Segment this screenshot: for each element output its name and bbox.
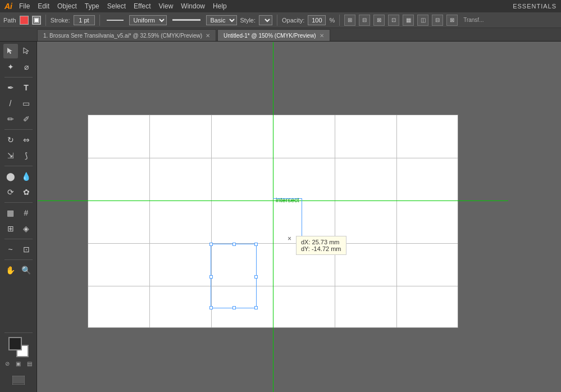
eyedropper-tool[interactable]: 💧 xyxy=(19,169,34,184)
menu-bar: Ai File Edit Object Type Select Effect V… xyxy=(0,0,561,12)
align-btn-3[interactable]: ⊠ xyxy=(373,15,385,26)
select-tool[interactable] xyxy=(3,44,18,58)
basic-dropdown[interactable]: Basic xyxy=(206,15,237,25)
align-btn-6[interactable]: ◫ xyxy=(417,15,428,26)
align-btn-2[interactable]: ⊟ xyxy=(359,15,370,26)
align-btn-1[interactable]: ⊞ xyxy=(344,15,355,26)
guide-vertical xyxy=(273,42,273,392)
tool-sep-2 xyxy=(4,129,33,130)
handle-top-center[interactable] xyxy=(232,243,236,246)
menu-edit[interactable]: Edit xyxy=(38,2,49,10)
guide-horizontal xyxy=(38,200,508,201)
pencil-tool[interactable]: ✐ xyxy=(19,112,34,126)
align-btn-8[interactable]: ⊠ xyxy=(446,15,458,26)
perspective-tool[interactable]: ◈ xyxy=(19,221,34,236)
separator-2 xyxy=(99,15,100,26)
menu-select[interactable]: Select xyxy=(107,2,126,10)
menu-object[interactable]: Object xyxy=(57,2,77,10)
mesh-tool[interactable]: # xyxy=(19,206,34,220)
magic-wand-tool[interactable]: ✦ xyxy=(3,60,18,74)
separator-3 xyxy=(277,15,277,26)
tab-brosura[interactable]: 1. Brosura Sere Transilvania_v5.ai* @ 32… xyxy=(37,29,216,41)
svg-rect-1 xyxy=(13,376,24,384)
transform-tooltip: dX: 25.73 mm dY: -14.72 mm xyxy=(296,236,346,255)
tab-untitled-close[interactable]: ✕ xyxy=(320,33,324,39)
tool-sep-5 xyxy=(4,239,33,239)
reflect-tool[interactable]: ⇔ xyxy=(19,133,34,147)
selected-rectangle[interactable] xyxy=(211,244,257,308)
color-mode-btn[interactable]: ▣ xyxy=(13,359,24,367)
tool-row-paint: ⬤ 💧 xyxy=(3,169,34,184)
canvas-area[interactable]: intersect × dX: 25.73 mm xyxy=(37,42,561,392)
handle-bottom-left[interactable] xyxy=(209,306,213,309)
symbol-tool[interactable]: ✿ xyxy=(19,185,34,199)
blue-guide-vertical xyxy=(302,198,302,236)
gradient-mode-btn[interactable]: ▤ xyxy=(25,359,35,367)
color-swatches-area xyxy=(8,337,29,357)
scale-tool[interactable]: ⇲ xyxy=(3,148,18,163)
graph-tool[interactable]: ▦ xyxy=(3,206,18,220)
stroke-style-preview xyxy=(172,19,200,21)
menu-effect[interactable]: Effect xyxy=(134,2,150,10)
stroke-swatch[interactable] xyxy=(32,16,41,25)
opacity-label: Opacity: xyxy=(282,17,304,24)
handle-bottom-right[interactable] xyxy=(254,306,258,309)
lasso-tool[interactable]: ⌀ xyxy=(19,60,34,74)
tab-untitled-label: Untitled-1* @ 150% (CMYK/Preview) xyxy=(224,33,316,39)
tool-sep-6 xyxy=(4,259,33,260)
path-label: Path xyxy=(3,17,16,24)
opacity-input[interactable] xyxy=(308,15,326,25)
style-label: Style: xyxy=(240,17,256,24)
tool-sep-1 xyxy=(4,77,33,78)
menu-help[interactable]: Help xyxy=(213,2,227,10)
align-btn-7[interactable]: ⊟ xyxy=(432,15,443,26)
line-tool[interactable]: / xyxy=(3,96,18,111)
zoom-tool[interactable]: 🔍 xyxy=(19,263,34,277)
grid-v-5 xyxy=(396,115,397,327)
tool-row-hand: ✋ 🔍 xyxy=(3,263,34,277)
paintbrush-tool[interactable]: ✏ xyxy=(3,112,18,126)
transform-label: Transf... xyxy=(461,15,486,26)
warp-tool[interactable]: ~ xyxy=(3,242,18,257)
blend-tool[interactable]: ⟳ xyxy=(3,185,18,199)
handle-top-right[interactable] xyxy=(254,243,258,246)
app-logo: Ai xyxy=(4,2,12,11)
handle-top-left[interactable] xyxy=(209,243,213,246)
menu-window[interactable]: Window xyxy=(181,2,205,10)
menu-file[interactable]: File xyxy=(19,2,30,10)
options-toolbar: Path Stroke: Uniform Basic Style: Opacit… xyxy=(0,12,561,28)
uniform-dropdown[interactable]: Uniform xyxy=(129,15,167,25)
hand-tool[interactable]: ✋ xyxy=(3,263,18,277)
tool-row-blend: ⟳ ✿ xyxy=(3,185,34,199)
menu-type[interactable]: Type xyxy=(85,2,99,10)
foreground-color-swatch[interactable] xyxy=(8,337,22,350)
rotate-tool[interactable]: ↻ xyxy=(3,133,18,147)
align-btn-4[interactable]: ⊡ xyxy=(388,15,399,26)
stroke-line-preview xyxy=(107,20,124,21)
tab-brosura-close[interactable]: ✕ xyxy=(206,33,210,39)
none-color-btn[interactable]: ⊘ xyxy=(2,359,12,367)
type-tool[interactable]: T xyxy=(19,80,34,95)
handle-mid-right[interactable] xyxy=(254,275,258,279)
tab-untitled[interactable]: Untitled-1* @ 150% (CMYK/Preview) ✕ xyxy=(217,29,330,41)
stroke-width-input[interactable] xyxy=(74,15,95,25)
free-transform-tool[interactable]: ⊡ xyxy=(19,242,34,257)
fill-swatch-btn[interactable] xyxy=(20,16,29,25)
shear-tool[interactable]: ⟆ xyxy=(19,148,34,163)
rect-tool[interactable]: ▭ xyxy=(19,96,34,111)
handle-mid-left[interactable] xyxy=(209,275,213,279)
handle-bottom-center[interactable] xyxy=(232,306,236,309)
paint-bucket-tool[interactable]: ⬤ xyxy=(3,169,18,184)
tool-row-graph: ▦ # xyxy=(3,206,34,220)
grid-v-1 xyxy=(149,115,150,327)
tool-sep-7 xyxy=(4,332,33,333)
color-mode-btns: ⊘ ▣ ▤ xyxy=(2,359,35,367)
shape-builder-tool[interactable]: ⊞ xyxy=(3,221,18,236)
screen-mode-btn[interactable] xyxy=(7,373,30,388)
align-btn-5[interactable]: ▦ xyxy=(403,15,414,26)
style-dropdown[interactable] xyxy=(259,15,272,25)
pen-tool[interactable]: ✒ xyxy=(3,80,18,95)
tools-bottom: ⊘ ▣ ▤ xyxy=(2,331,35,392)
menu-view[interactable]: View xyxy=(159,2,174,10)
direct-select-tool[interactable] xyxy=(19,44,34,58)
